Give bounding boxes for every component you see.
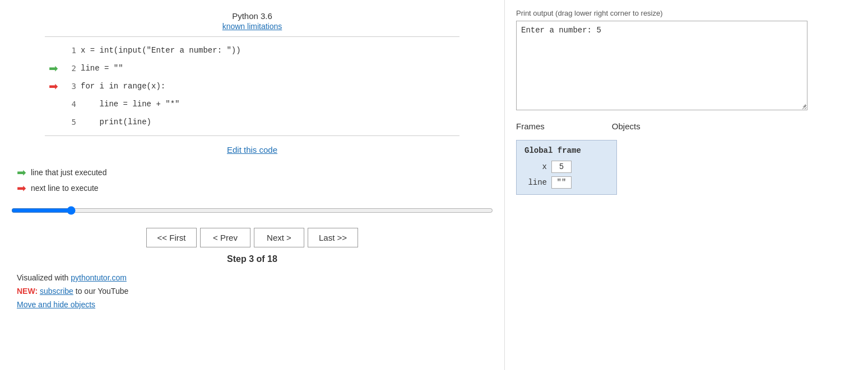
global-frame-box: Global frame x5line"" [516, 140, 617, 195]
red-arrow-icon: ➡ [49, 80, 58, 92]
line-code: x = int(input("Enter a number: ")) [78, 41, 459, 59]
line-number: 5 [62, 113, 78, 131]
step-slider-wrapper[interactable] [11, 204, 493, 219]
code-line: 5 print(line) [45, 113, 459, 131]
green-legend-label: line that just executed [31, 168, 106, 177]
pythontutor-link[interactable]: pythontutor.com [71, 273, 127, 282]
python-version: Python 3.6 [232, 11, 272, 21]
prev-button[interactable]: < Prev [200, 228, 250, 247]
frames-objects-header: Frames Objects [516, 121, 857, 131]
frame-var-name: line [524, 178, 547, 187]
legend-green: ➡ line that just executed [17, 166, 106, 179]
objects-label: Objects [612, 121, 640, 131]
frame-var-row: line"" [524, 176, 609, 189]
legend: ➡ line that just executed ➡ next line to… [17, 166, 106, 197]
global-frame-title: Global frame [524, 146, 609, 155]
known-limitations-link[interactable]: known limitations [222, 22, 282, 31]
last-button[interactable]: Last >> [308, 228, 358, 247]
red-legend-label: next line to execute [31, 184, 99, 193]
code-line: ➡2line = "" [45, 59, 459, 77]
code-line: ➡3for i in range(x): [45, 77, 459, 95]
new-section: NEW: subscribe to our YouTube [17, 287, 128, 296]
resize-handle-icon: ◢ [802, 102, 806, 109]
print-output-box: Enter a number: 5 ◢ [516, 21, 807, 110]
line-number: 2 [62, 59, 78, 77]
first-button[interactable]: << First [146, 228, 197, 247]
right-panel: Print output (drag lower right corner to… [504, 0, 868, 370]
visualized-label: Visualized with [17, 273, 68, 282]
frame-var-row: x5 [524, 161, 609, 173]
line-arrow [45, 113, 62, 131]
line-code: for i in range(x): [78, 77, 459, 95]
print-output-label: Print output (drag lower right corner to… [516, 9, 857, 17]
code-table: 1x = int(input("Enter a number: "))➡2lin… [45, 41, 459, 131]
code-block: 1x = int(input("Enter a number: "))➡2lin… [45, 36, 459, 136]
line-arrow: ➡ [45, 59, 62, 77]
line-arrow [45, 95, 62, 113]
line-code: line = "" [78, 59, 459, 77]
line-arrow [45, 41, 62, 59]
new-suffix: to our YouTube [76, 287, 128, 296]
line-number: 3 [62, 77, 78, 95]
visualized-text: Visualized with pythontutor.com [17, 273, 127, 282]
red-arrow-icon: ➡ [17, 181, 26, 195]
line-code: line = line + "*" [78, 95, 459, 113]
line-code: print(line) [78, 113, 459, 131]
frames-label: Frames [516, 121, 545, 131]
edit-code-link[interactable]: Edit this code [227, 145, 277, 154]
nav-buttons: << First < Prev Next > Last >> [146, 228, 358, 247]
green-arrow-icon: ➡ [49, 62, 58, 74]
frame-var-value: 5 [551, 161, 572, 173]
line-number: 4 [62, 95, 78, 113]
line-arrow: ➡ [45, 77, 62, 95]
step-info: Step 3 of 18 [227, 254, 277, 264]
code-line: 4 line = line + "*" [45, 95, 459, 113]
frame-var-value: "" [551, 176, 572, 189]
step-slider[interactable] [11, 204, 493, 217]
green-arrow-icon: ➡ [17, 166, 26, 179]
move-hide-link[interactable]: Move and hide objects [17, 300, 95, 309]
legend-red: ➡ next line to execute [17, 181, 106, 195]
frame-var-name: x [524, 162, 547, 171]
code-line: 1x = int(input("Enter a number: ")) [45, 41, 459, 59]
line-number: 1 [62, 41, 78, 59]
subscribe-link[interactable]: subscribe [40, 287, 73, 296]
next-button[interactable]: Next > [254, 228, 304, 247]
frame-vars: x5line"" [524, 161, 609, 189]
print-output-text: Enter a number: 5 [521, 26, 601, 35]
new-label: NEW: [17, 287, 38, 296]
